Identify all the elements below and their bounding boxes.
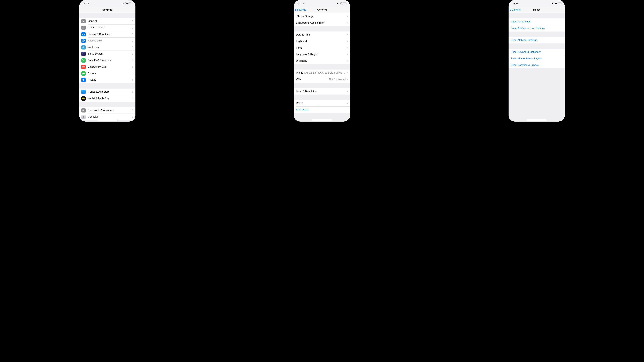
gear-icon (81, 19, 86, 23)
row-battery[interactable]: Battery (79, 70, 136, 77)
section-gap (294, 94, 350, 100)
svg-point-8 (83, 46, 84, 47)
contacts-icon (81, 115, 86, 119)
nav-title: Settings (79, 8, 136, 11)
row-display[interactable]: AADisplay & Brightness (79, 31, 136, 37)
svg-rect-20 (82, 98, 84, 98)
chevron-right-icon (132, 53, 134, 55)
list: Date & Time Keyboard Fonts Language & Re… (294, 31, 350, 64)
section-gap (508, 31, 565, 37)
hand-icon (81, 78, 86, 82)
battery-icon (343, 2, 347, 4)
row-vpn[interactable]: VPNNot Connected (294, 76, 350, 83)
row-erase-all[interactable]: Erase All Content and Settings (508, 25, 565, 31)
row-siri[interactable]: Siri & Search (79, 50, 136, 57)
section-gap (79, 83, 136, 89)
screen: 16:43 3G Settings General Control Center… (79, 0, 136, 122)
nav-bar: General Reset (508, 6, 565, 13)
row-dictionary[interactable]: Dictionary (294, 58, 350, 64)
svg-point-12 (83, 47, 83, 48)
row-label: Reset (296, 102, 347, 105)
chevron-left-icon (295, 8, 296, 11)
row-language[interactable]: Language & Region (294, 51, 350, 58)
chevron-right-icon (347, 53, 348, 55)
nav-bar: Settings (79, 6, 136, 13)
row-label: Siri & Search (88, 52, 132, 55)
status-time: 14:44 (513, 2, 518, 4)
row-accessibility[interactable]: Accessibility (79, 37, 136, 44)
svg-rect-2 (84, 27, 84, 27)
row-control-center[interactable]: Control Center (79, 24, 136, 31)
chevron-right-icon (347, 40, 348, 42)
home-indicator[interactable] (527, 120, 546, 120)
svg-point-7 (83, 47, 84, 47)
section-gap (79, 13, 136, 18)
appstore-icon (81, 90, 86, 94)
svg-point-15 (83, 53, 84, 54)
row-label: Keyboard (296, 40, 347, 43)
content[interactable]: General Control Center AADisplay & Brigh… (79, 13, 136, 122)
row-label: Emergency SOS (88, 65, 132, 68)
back-button[interactable]: Settings (294, 8, 306, 11)
home-indicator[interactable] (98, 120, 117, 120)
row-profile[interactable]: ProfileiOS 13 & iPadOS 13 Beta Software … (294, 69, 350, 76)
row-label: Contacts (88, 115, 132, 118)
row-label: Accessibility (88, 39, 132, 42)
row-label: Privacy (88, 78, 132, 81)
chevron-right-icon (347, 15, 348, 17)
row-legal[interactable]: Legal & Regulatory (294, 88, 350, 94)
status-right (552, 2, 562, 4)
chevron-left-icon (510, 8, 511, 11)
row-keyboard[interactable]: Keyboard (294, 38, 350, 44)
row-date-time[interactable]: Date & Time (294, 31, 350, 38)
row-reset[interactable]: Reset (294, 100, 350, 106)
phone-settings: 16:43 3G Settings General Control Center… (79, 0, 136, 122)
row-contacts[interactable]: Contacts (79, 113, 136, 120)
home-indicator[interactable] (312, 120, 332, 120)
row-privacy[interactable]: Privacy (79, 77, 136, 83)
row-passwords[interactable]: Passwords & Accounts (79, 107, 136, 113)
chevron-right-icon (132, 33, 134, 35)
row-label: Background App Refresh (296, 21, 347, 24)
row-wallet[interactable]: Wallet & Apple Pay (79, 95, 136, 102)
back-button[interactable]: General (508, 8, 520, 11)
screen: 14:44 General Reset Reset All Settings E… (508, 0, 565, 122)
row-shutdown[interactable]: Shut Down (294, 106, 350, 113)
flower-icon (81, 45, 86, 49)
list: Reset Shut Down (294, 100, 350, 113)
key-icon (81, 108, 86, 112)
list: Reset Keyboard Dictionary Reset Home Scr… (508, 49, 565, 68)
content[interactable]: Reset All Settings Erase All Content and… (508, 13, 565, 122)
svg-rect-3 (82, 28, 83, 28)
row-fonts[interactable]: Fonts (294, 44, 350, 51)
signal-icon (122, 2, 124, 4)
row-label: Reset All Settings (510, 20, 563, 23)
row-label: Profile (296, 71, 303, 74)
row-reset-keyboard[interactable]: Reset Keyboard Dictionary (508, 49, 565, 55)
row-label: Wallet & Apple Pay (88, 97, 132, 100)
row-reset-all[interactable]: Reset All Settings (508, 18, 565, 25)
svg-point-10 (84, 47, 84, 48)
back-label: General (512, 8, 520, 11)
list: Legal & Regulatory (294, 88, 350, 94)
row-label: Reset Keyboard Dictionary (510, 50, 563, 53)
chevron-right-icon (132, 72, 134, 74)
row-general[interactable]: General (79, 18, 136, 24)
screen: 17:15 3G Settings General iPhone Storage… (294, 0, 350, 122)
content[interactable]: iPhone Storage Background App Refresh Da… (294, 13, 350, 122)
row-bg-refresh[interactable]: Background App Refresh (294, 20, 350, 26)
svg-rect-4 (84, 28, 84, 28)
row-wallpaper[interactable]: Wallpaper (79, 44, 136, 50)
row-iphone-storage[interactable]: iPhone Storage (294, 13, 350, 20)
row-reset-network[interactable]: Reset Network Settings (508, 37, 565, 43)
faceid-icon (81, 58, 86, 62)
row-appstore[interactable]: iTunes & App Store (79, 89, 136, 95)
svg-point-13 (83, 47, 83, 47)
row-reset-location[interactable]: Reset Location & Privacy (508, 62, 565, 68)
row-sos[interactable]: SOSEmergency SOS (79, 64, 136, 70)
wallet-icon (81, 96, 86, 101)
row-faceid[interactable]: Face ID & Passcode (79, 57, 136, 64)
row-reset-home[interactable]: Reset Home Screen Layout (508, 55, 565, 62)
battery-icon (128, 2, 132, 4)
chevron-right-icon (347, 47, 348, 49)
